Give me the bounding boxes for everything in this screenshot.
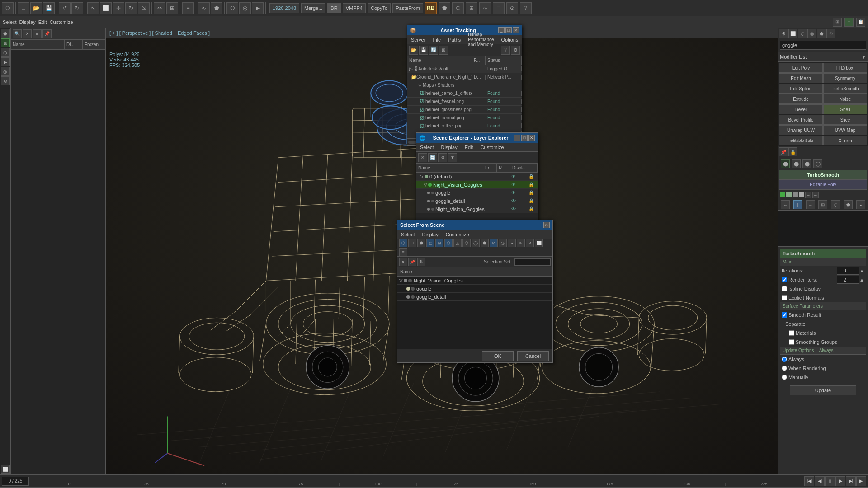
edit-menu[interactable]: Edit bbox=[38, 19, 47, 25]
open-icon[interactable]: 📂 bbox=[30, 2, 42, 14]
at-options-menu[interactable]: Options bbox=[500, 37, 520, 42]
sfs-tb-invert[interactable]: ⬟ bbox=[417, 239, 425, 247]
align-icon[interactable]: ⊞ bbox=[166, 2, 178, 14]
stack-icon2[interactable]: ⬤ bbox=[792, 159, 801, 168]
se-display-menu[interactable]: Display bbox=[439, 145, 459, 150]
sfs-tb2-pin[interactable]: 📌 bbox=[408, 258, 416, 266]
nav5-icon[interactable]: ⬡ bbox=[831, 200, 840, 209]
sfs-tb2-close[interactable]: ✕ bbox=[399, 258, 407, 266]
sfs-tb-10[interactable]: ⬟ bbox=[481, 239, 489, 247]
sfs-tb-17[interactable]: ≡ bbox=[399, 248, 407, 256]
shell-btn[interactable]: Shell bbox=[823, 104, 867, 114]
modifier-list-arrow[interactable]: ▼ bbox=[861, 54, 866, 60]
asset-row-glossiness[interactable]: 🖼 helmet_glossiness.png Found bbox=[407, 106, 522, 114]
asset-tracking-minimize[interactable]: _ bbox=[498, 27, 505, 33]
nav2-icon[interactable]: | bbox=[793, 200, 802, 209]
plugin1-icon[interactable]: ⬟ bbox=[439, 2, 450, 14]
sfs-ok-btn[interactable]: OK bbox=[482, 351, 514, 361]
asset-row-ground[interactable]: 📁 Ground_Panoramic_Night_Vision_Go... D.… bbox=[407, 73, 522, 81]
plugin4-icon[interactable]: ∿ bbox=[479, 2, 491, 14]
se-goggle-eye[interactable]: 👁 bbox=[511, 190, 516, 195]
asset-row-fresnel[interactable]: 🖼 helmet_fresnel.png Found bbox=[407, 98, 522, 106]
asset-row-camo[interactable]: 🖼 helmet_camo_1_diffuse.png Found bbox=[407, 89, 522, 98]
stack-icon3[interactable]: ⬤ bbox=[802, 159, 811, 168]
layer-icon[interactable]: ≡ bbox=[182, 2, 194, 14]
nav3-icon[interactable]: → bbox=[806, 200, 815, 209]
edit-poly-btn[interactable]: Edit Poly bbox=[779, 63, 823, 73]
display-menu[interactable]: Display bbox=[19, 19, 36, 25]
se-tb-refresh[interactable]: 🔄 bbox=[428, 153, 437, 162]
bevel-profile-btn[interactable]: Bevel Profile bbox=[779, 115, 823, 125]
rp-icon1[interactable]: ⚙ bbox=[779, 29, 788, 38]
edit-mesh-btn[interactable]: Edit Mesh bbox=[779, 73, 823, 83]
se-default-eye[interactable]: 👁 bbox=[511, 174, 516, 179]
se-customize-menu[interactable]: Customize bbox=[479, 145, 506, 150]
br-btn[interactable]: BR bbox=[327, 3, 340, 13]
nav4-icon[interactable]: ⊞ bbox=[818, 200, 827, 209]
se-close[interactable]: ✕ bbox=[528, 135, 535, 141]
update-button[interactable]: Update bbox=[790, 385, 856, 395]
turbosmooth-btn[interactable]: TurboSmooth bbox=[823, 84, 867, 94]
plugin6-icon[interactable]: ⊙ bbox=[506, 2, 518, 14]
rb-icon[interactable]: RB bbox=[425, 2, 437, 14]
noise-btn[interactable]: Noise bbox=[823, 94, 867, 104]
sfs-tb-none[interactable]: □ bbox=[408, 239, 416, 247]
new-icon[interactable]: □ bbox=[18, 2, 29, 14]
iterations-up-icon[interactable]: ▲ bbox=[859, 268, 864, 273]
render-iters-checkbox[interactable] bbox=[782, 277, 787, 282]
rotate-icon[interactable]: ↻ bbox=[125, 2, 137, 14]
at-help[interactable]: ? bbox=[501, 46, 510, 55]
always-radio[interactable] bbox=[782, 357, 787, 362]
asset-tracking-titlebar[interactable]: 📦 Asset Tracking _ □ ✕ bbox=[407, 25, 522, 35]
rp-icon6[interactable]: ⊙ bbox=[826, 29, 835, 38]
frame-counter[interactable]: 0 / 225 bbox=[2, 477, 29, 486]
asset-row-normal[interactable]: 🖼 helmet_normal.png Found bbox=[407, 114, 522, 122]
asset-tracking-maximize[interactable]: □ bbox=[505, 27, 512, 33]
lock-stack-icon[interactable]: 🔒 bbox=[788, 147, 797, 156]
merge-btn[interactable]: Merge... bbox=[301, 3, 326, 13]
sfs-item-detail[interactable]: goggle_detail bbox=[397, 293, 552, 301]
sfs-item-goggle[interactable]: goggle bbox=[397, 285, 552, 293]
play-go-end[interactable]: ▶| bbox=[856, 476, 866, 486]
nav-left-icon[interactable]: ← bbox=[805, 192, 811, 198]
at-tb2[interactable]: 💾 bbox=[419, 46, 428, 55]
symmetry-btn[interactable]: Symmetry bbox=[823, 73, 867, 83]
modifier-list-header[interactable]: Modifier List ▼ bbox=[778, 52, 868, 62]
ts-header[interactable]: TurboSmooth bbox=[780, 249, 866, 258]
sfs-customize-menu[interactable]: Customize bbox=[444, 232, 471, 237]
asset-row-vault[interactable]: ▷ 🗄 Autodesk Vault Logged O... bbox=[407, 65, 522, 73]
plugin3-icon[interactable]: ⊞ bbox=[466, 2, 477, 14]
se-item-goggle[interactable]: goggle 👁 🔒 bbox=[416, 189, 538, 197]
materials-checkbox[interactable] bbox=[789, 330, 794, 336]
display-icon[interactable]: ◎ bbox=[1, 67, 10, 76]
at-bitmap-menu[interactable]: Bitmap Performance and Memory bbox=[466, 32, 495, 47]
search-left-icon[interactable]: 🔍 bbox=[13, 29, 22, 38]
edit-spline-btn[interactable]: Edit Spline bbox=[779, 84, 823, 94]
explicit-checkbox[interactable] bbox=[782, 295, 787, 300]
se-item-detail[interactable]: goggle_detail 👁 🔒 bbox=[416, 197, 538, 205]
modify-icon[interactable]: ⊞ bbox=[1, 38, 10, 47]
help-icon[interactable]: ? bbox=[520, 2, 532, 14]
se-tb-settings[interactable]: ⚙ bbox=[438, 153, 447, 162]
vmpp4-btn[interactable]: VMPP4 bbox=[343, 3, 366, 13]
render-setup-icon[interactable]: ◎ bbox=[239, 2, 251, 14]
sfs-cancel-btn[interactable]: Cancel bbox=[517, 351, 549, 361]
viewport-cube-icon[interactable]: ⬜ bbox=[1, 465, 10, 474]
se-nvg-eye[interactable]: 👁 bbox=[511, 182, 516, 187]
sfs-item-nvg[interactable]: ▽ Night_Vision_Goggles bbox=[397, 277, 552, 285]
at-settings[interactable]: ⚙ bbox=[511, 46, 520, 55]
select-menu[interactable]: Select bbox=[3, 19, 17, 25]
play-pause[interactable]: ⏸ bbox=[825, 476, 835, 486]
create-icon[interactable]: ⬟ bbox=[1, 29, 10, 38]
at-tb1[interactable]: 📂 bbox=[409, 46, 418, 55]
se-item-nvg2[interactable]: Night_Vision_Goggles 👁 🔒 bbox=[416, 205, 538, 213]
unwrap-uvw-btn[interactable]: Unwrap UUW bbox=[779, 125, 823, 135]
plugin5-icon[interactable]: ◻ bbox=[493, 2, 505, 14]
se-tb-filter[interactable]: ▼ bbox=[448, 153, 457, 162]
se-item-default[interactable]: ▷ 0 (default) 👁 🔒 bbox=[416, 173, 538, 181]
save-icon[interactable]: 💾 bbox=[43, 2, 55, 14]
slice-btn[interactable]: Slice bbox=[823, 115, 867, 125]
smoothing-groups-checkbox[interactable] bbox=[789, 339, 794, 345]
play-forward[interactable]: ▶ bbox=[835, 476, 845, 486]
sfs-tb-12[interactable]: ◎ bbox=[499, 239, 507, 247]
